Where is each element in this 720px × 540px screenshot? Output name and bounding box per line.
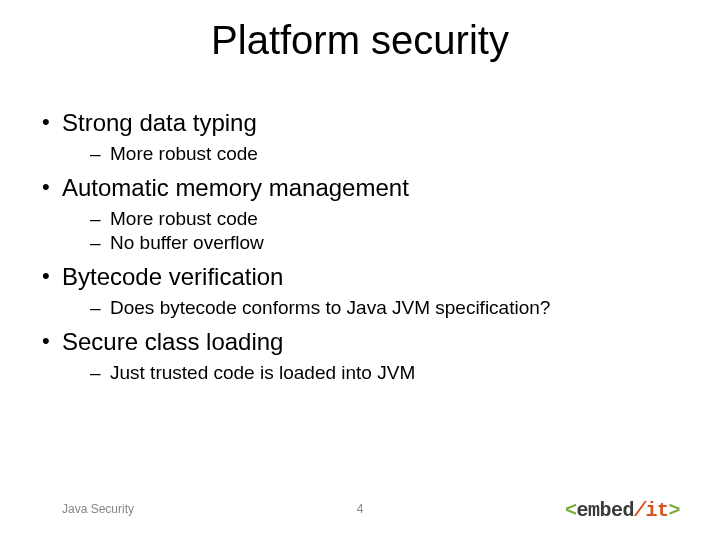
sub-bullet-item: More robust code xyxy=(90,142,680,167)
logo-angle-open: < xyxy=(565,499,577,522)
slide: Platform security Strong data typing Mor… xyxy=(0,0,720,540)
bullet-list: Strong data typing More robust code Auto… xyxy=(40,108,680,385)
sub-bullet-item: More robust code xyxy=(90,207,680,232)
logo-slash: / xyxy=(634,499,646,522)
sub-bullet-list: Does bytecode conforms to Java JVM speci… xyxy=(62,296,680,321)
bullet-label: Automatic memory management xyxy=(62,174,409,201)
bullet-label: Bytecode verification xyxy=(62,263,283,290)
sub-bullet-list: More robust code No buffer overflow xyxy=(62,207,680,256)
slide-title: Platform security xyxy=(0,18,720,63)
bullet-label: Secure class loading xyxy=(62,328,283,355)
logo-word-embed: embed xyxy=(576,499,634,522)
sub-bullet-list: More robust code xyxy=(62,142,680,167)
logo-angle-close: > xyxy=(668,499,680,522)
slide-content: Strong data typing More robust code Auto… xyxy=(40,108,680,391)
sub-bullet-item: Just trusted code is loaded into JVM xyxy=(90,361,680,386)
bullet-label: Strong data typing xyxy=(62,109,257,136)
bullet-item: Bytecode verification Does bytecode conf… xyxy=(40,262,680,321)
sub-bullet-list: Just trusted code is loaded into JVM xyxy=(62,361,680,386)
bullet-item: Secure class loading Just trusted code i… xyxy=(40,327,680,386)
logo-word-it: it xyxy=(645,499,668,522)
sub-bullet-item: No buffer overflow xyxy=(90,231,680,256)
sub-bullet-item: Does bytecode conforms to Java JVM speci… xyxy=(90,296,680,321)
bullet-item: Automatic memory management More robust … xyxy=(40,173,680,256)
embedit-logo: <embed/it> xyxy=(565,499,680,522)
bullet-item: Strong data typing More robust code xyxy=(40,108,680,167)
